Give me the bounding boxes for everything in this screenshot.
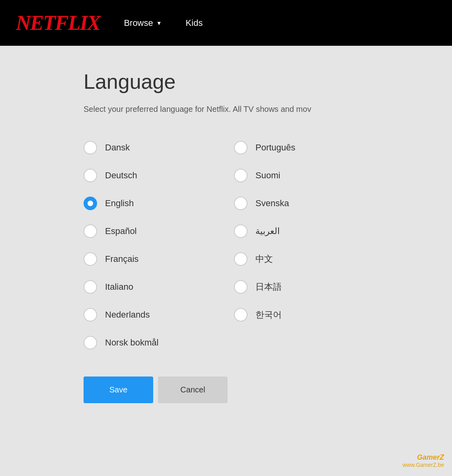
- language-label-portugues: Português: [255, 142, 295, 153]
- header: NETFLIX Browse ▼ Kids: [0, 0, 452, 46]
- language-option-dansk[interactable]: Dansk: [84, 134, 218, 162]
- save-button[interactable]: Save: [84, 377, 153, 403]
- language-option-arabic[interactable]: العربية: [234, 217, 368, 245]
- language-label-english: English: [105, 198, 134, 209]
- language-label-espanol: Español: [105, 226, 137, 236]
- radio-chinese[interactable]: [234, 252, 247, 266]
- radio-nederlands[interactable]: [84, 308, 97, 322]
- radio-japanese[interactable]: [234, 280, 247, 294]
- language-option-deutsch[interactable]: Deutsch: [84, 162, 218, 189]
- language-option-italiano[interactable]: Italiano: [84, 273, 218, 301]
- language-option-francais[interactable]: Français: [84, 245, 218, 273]
- page-title: Language: [84, 70, 368, 94]
- language-option-english[interactable]: English: [84, 189, 218, 217]
- main-content: Language Select your preferred language …: [0, 46, 452, 427]
- language-option-korean[interactable]: 한국어: [234, 301, 368, 329]
- language-label-korean: 한국어: [255, 309, 282, 321]
- language-label-dansk: Dansk: [105, 142, 130, 153]
- browse-nav[interactable]: Browse ▼: [124, 18, 162, 28]
- radio-francais[interactable]: [84, 252, 97, 266]
- language-label-italiano: Italiano: [105, 282, 133, 292]
- language-option-espanol[interactable]: Español: [84, 217, 218, 245]
- radio-suomi[interactable]: [234, 169, 247, 182]
- language-label-suomi: Suomi: [255, 170, 280, 181]
- language-label-chinese: 中文: [255, 253, 273, 265]
- browse-label: Browse: [124, 18, 153, 28]
- language-option-nederlands[interactable]: Nederlands: [84, 301, 218, 329]
- language-label-japanese: 日本語: [255, 281, 282, 293]
- language-option-svenska[interactable]: Svenska: [234, 189, 368, 217]
- language-left-column: DanskDeutschEnglishEspañolFrançaisItalia…: [84, 134, 218, 357]
- language-label-deutsch: Deutsch: [105, 170, 137, 181]
- language-option-chinese[interactable]: 中文: [234, 245, 368, 273]
- language-label-francais: Français: [105, 254, 138, 264]
- language-label-nederlands: Nederlands: [105, 310, 150, 320]
- language-grid: DanskDeutschEnglishEspañolFrançaisItalia…: [84, 134, 368, 357]
- radio-norsk[interactable]: [84, 336, 97, 349]
- radio-dansk[interactable]: [84, 141, 97, 154]
- radio-deutsch[interactable]: [84, 169, 97, 182]
- radio-korean[interactable]: [234, 308, 247, 322]
- watermark: GamerZ www.GamerZ.be: [403, 453, 444, 468]
- language-right-column: PortuguêsSuomiSvenskaالعربية中文日本語한국어: [234, 134, 368, 357]
- cancel-button[interactable]: Cancel: [158, 377, 228, 403]
- watermark-url: www.GamerZ.be: [403, 462, 444, 468]
- button-row: Save Cancel: [84, 377, 368, 403]
- radio-portugues[interactable]: [234, 141, 247, 154]
- language-option-norsk[interactable]: Norsk bokmål: [84, 329, 218, 357]
- radio-arabic[interactable]: [234, 224, 247, 238]
- language-option-suomi[interactable]: Suomi: [234, 162, 368, 189]
- language-option-portugues[interactable]: Português: [234, 134, 368, 162]
- language-label-svenska: Svenska: [255, 198, 289, 209]
- chevron-down-icon: ▼: [156, 20, 162, 26]
- radio-english[interactable]: [84, 197, 97, 210]
- kids-label: Kids: [186, 18, 203, 28]
- kids-nav[interactable]: Kids: [186, 18, 203, 28]
- page-subtitle: Select your preferred language for Netfl…: [84, 105, 368, 114]
- radio-espanol[interactable]: [84, 224, 97, 238]
- radio-svenska[interactable]: [234, 197, 247, 210]
- language-option-japanese[interactable]: 日本語: [234, 273, 368, 301]
- language-label-arabic: العربية: [255, 226, 280, 236]
- netflix-logo: NETFLIX: [16, 11, 100, 35]
- language-label-norsk: Norsk bokmål: [105, 337, 158, 348]
- radio-italiano[interactable]: [84, 280, 97, 294]
- watermark-brand: GamerZ: [403, 453, 444, 462]
